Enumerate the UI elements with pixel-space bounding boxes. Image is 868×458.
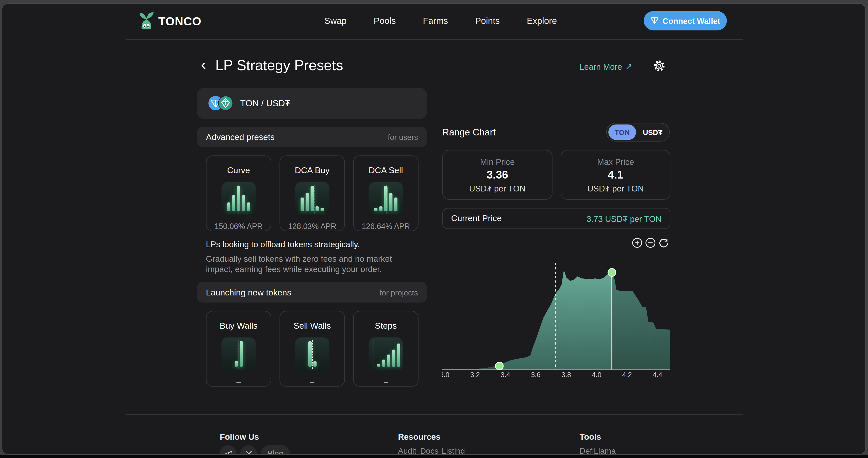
zoom-out-button[interactable] xyxy=(645,237,656,251)
x-twitter-icon xyxy=(245,450,252,455)
blog-button[interactable]: Blog xyxy=(261,445,290,455)
current-price-label: Current Price xyxy=(451,214,502,223)
brand-name: TONCO xyxy=(158,15,202,28)
refresh-button[interactable] xyxy=(658,237,669,251)
max-price-card[interactable]: Max Price 4.1 USD₮ per TON xyxy=(561,150,670,200)
learn-more-label: Learn More xyxy=(580,62,622,71)
preset-apr: 128.03% APR xyxy=(288,222,336,231)
curve-distribution-icon xyxy=(221,182,255,216)
nav-swap[interactable]: Swap xyxy=(324,16,346,26)
footer-link-audit[interactable]: Audit xyxy=(398,446,416,455)
svg-text:3.0: 3.0 xyxy=(442,371,450,379)
footer-divider xyxy=(126,414,743,415)
section-advanced-title: Advanced presets xyxy=(206,132,275,142)
min-price-card[interactable]: Min Price 3.36 USD₮ per TON xyxy=(442,150,553,200)
telegram-button[interactable] xyxy=(220,445,236,455)
steps-distribution-icon xyxy=(369,337,403,371)
footer-link-defillama[interactable]: DefiLlama xyxy=(580,446,616,455)
preset-label: DCA Sell xyxy=(369,165,403,175)
svg-text:3.4: 3.4 xyxy=(500,371,510,379)
section-launching-tokens: Launching new tokens for projects xyxy=(197,282,427,302)
svg-text:4.2: 4.2 xyxy=(622,371,632,379)
preset-card-steps[interactable]: Steps – xyxy=(353,311,418,387)
preset-card-dca-sell[interactable]: DCA Sell 126.64% APR xyxy=(353,156,418,231)
connect-wallet-label: Connect Wallet xyxy=(663,16,720,25)
pair-selector[interactable]: TON / USD₮ xyxy=(197,88,427,119)
preset-label: Buy Walls xyxy=(220,321,258,331)
preset-value: – xyxy=(237,378,241,386)
sprout-mascot-icon xyxy=(138,10,156,32)
preset-label: Steps xyxy=(375,321,397,331)
nav-farms[interactable]: Farms xyxy=(423,16,448,26)
svg-text:3.2: 3.2 xyxy=(470,371,480,379)
min-price-label: Min Price xyxy=(480,157,515,166)
back-button[interactable]: ‹ xyxy=(201,58,206,72)
preset-card-buy-walls[interactable]: Buy Walls – xyxy=(206,311,271,387)
nav-pools[interactable]: Pools xyxy=(374,16,396,26)
preset-label: DCA Buy xyxy=(295,165,330,175)
preset-label: Sell Walls xyxy=(293,321,331,331)
footer-follow-title: Follow Us xyxy=(220,432,259,441)
footer-link-docs[interactable]: Docs xyxy=(420,446,438,455)
preset-card-dca-buy[interactable]: DCA Buy 128.03% APR xyxy=(279,156,345,231)
brand-logo[interactable]: TONCO xyxy=(138,10,202,32)
section-advanced-tag: for users xyxy=(388,132,418,141)
preset-description-body: Gradually sell tokens with zero fees and… xyxy=(206,253,419,274)
sell-walls-distribution-icon xyxy=(295,337,330,371)
preset-card-sell-walls[interactable]: Sell Walls – xyxy=(279,311,345,387)
telegram-icon xyxy=(224,449,232,455)
nav-points[interactable]: Points xyxy=(475,16,500,26)
footer-link-listing[interactable]: Listing xyxy=(442,446,465,455)
range-chart-title: Range Chart xyxy=(442,127,496,138)
preset-description-title: LPs looking to offload tokens strategica… xyxy=(206,239,422,249)
screen: TONCO Swap Pools Farms Points Explore Co… xyxy=(0,0,868,458)
max-price-unit: USD₮ per TON xyxy=(587,183,644,193)
ton-diamond-icon xyxy=(650,16,659,26)
buy-walls-distribution-icon xyxy=(221,337,255,371)
range-chart[interactable]: 3.03.23.43.63.84.04.24.4 xyxy=(442,254,671,380)
preset-value: – xyxy=(310,378,314,386)
preset-value: – xyxy=(384,378,388,386)
svg-text:3.6: 3.6 xyxy=(531,371,540,379)
min-price-unit: USD₮ per TON xyxy=(469,183,526,193)
preset-apr: 126.64% APR xyxy=(362,222,410,231)
footer-resources-title: Resources xyxy=(398,432,440,441)
toggle-ton[interactable]: TON xyxy=(608,125,636,140)
learn-more-link[interactable]: Learn More ↗ xyxy=(580,61,632,71)
max-price-label: Max Price xyxy=(597,157,634,166)
connect-wallet-button[interactable]: Connect Wallet xyxy=(644,11,727,30)
toggle-usdt[interactable]: USD₮ xyxy=(636,128,669,136)
svg-text:4.0: 4.0 xyxy=(592,371,601,379)
dca-buy-distribution-icon xyxy=(295,182,330,216)
svg-text:3.8: 3.8 xyxy=(561,371,571,379)
current-price-row: Current Price 3.73 USD₮ per TON xyxy=(442,208,671,229)
pair-label: TON / USD₮ xyxy=(240,98,290,108)
dca-sell-distribution-icon xyxy=(369,182,403,216)
section-launching-title: Launching new tokens xyxy=(206,287,291,297)
max-price-value: 4.1 xyxy=(608,168,623,181)
zoom-in-button[interactable] xyxy=(632,237,643,251)
nav-explore[interactable]: Explore xyxy=(527,16,557,26)
external-arrow-icon: ↗ xyxy=(625,61,632,71)
section-launching-tag: for projects xyxy=(380,288,418,297)
footer-tools-title: Tools xyxy=(580,432,601,441)
usdt-coin-icon xyxy=(218,96,233,113)
app-window: TONCO Swap Pools Farms Points Explore Co… xyxy=(2,3,866,455)
desktop-bottom-strip xyxy=(0,455,868,458)
svg-text:4.4: 4.4 xyxy=(653,371,662,379)
preset-label: Curve xyxy=(227,165,250,175)
x-twitter-button[interactable] xyxy=(240,445,257,455)
min-price-value: 3.36 xyxy=(487,168,508,181)
preset-card-curve[interactable]: Curve 150.06% APR xyxy=(206,156,271,231)
base-token-toggle: TON USD₮ xyxy=(606,123,670,141)
header-divider xyxy=(126,39,743,40)
preset-apr: 150.06% APR xyxy=(214,222,263,231)
page-title: LP Strategy Presets xyxy=(215,57,343,74)
settings-gear-icon[interactable] xyxy=(653,60,665,74)
current-price-value: 3.73 USD₮ per TON xyxy=(587,214,661,223)
section-advanced-presets: Advanced presets for users xyxy=(197,127,427,147)
